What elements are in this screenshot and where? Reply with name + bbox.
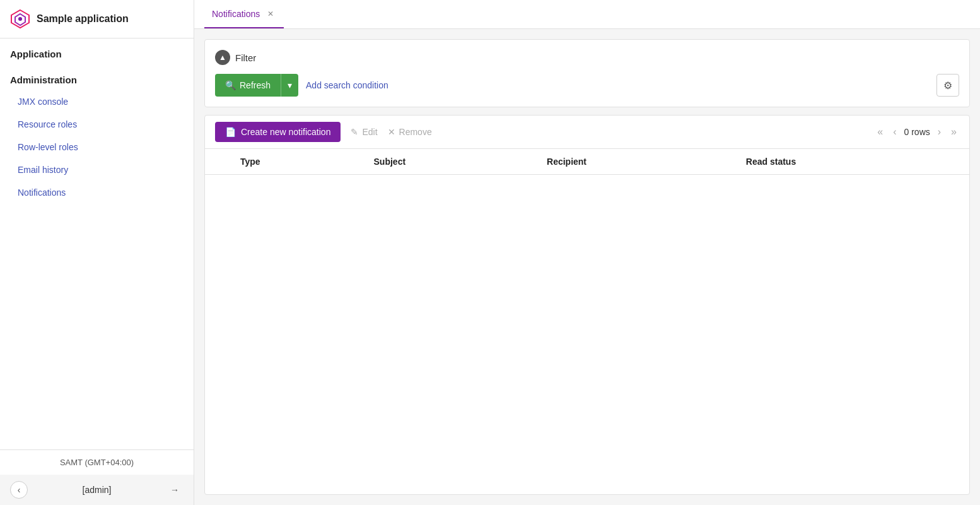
filter-label: Filter [235, 52, 256, 63]
filter-controls: 🔍 Refresh ▾ Add search condition ⚙ [215, 74, 959, 97]
logout-icon: → [170, 485, 179, 495]
remove-icon: ✕ [388, 127, 395, 137]
chevron-down-icon: ▾ [288, 80, 292, 90]
sidebar-item-notifications[interactable]: Notifications [0, 181, 194, 204]
gear-icon: ⚙ [943, 80, 952, 92]
tab-notifications[interactable]: Notifications ✕ [204, 0, 284, 28]
collapse-icon: ‹ [18, 485, 21, 495]
table-toolbar-left: 📄 Create new notification ✎ Edit ✕ Remov… [215, 122, 432, 142]
sidebar-header: Sample application [0, 0, 194, 39]
search-icon: 🔍 [225, 80, 236, 90]
read-status-column-header: Read status [736, 149, 969, 175]
tabs-bar: Notifications ✕ [194, 0, 980, 29]
rows-count: 0 rows [904, 127, 930, 137]
sidebar: Sample application Application Administr… [0, 0, 194, 505]
filter-box: ▲ Filter 🔍 Refresh ▾ Add search c [204, 39, 970, 107]
refresh-dropdown-button[interactable]: ▾ [281, 74, 298, 97]
edit-label: Edit [362, 127, 377, 137]
last-page-button[interactable]: » [948, 125, 959, 139]
svg-point-2 [18, 17, 22, 21]
create-notification-label: Create new notification [241, 127, 330, 137]
filter-toggle-icon[interactable]: ▲ [215, 50, 230, 65]
tab-notifications-label: Notifications [212, 9, 260, 19]
application-section: Application [0, 39, 194, 64]
timezone-label: SAMT (GMT+04:00) [0, 450, 194, 475]
sidebar-footer: SAMT (GMT+04:00) ‹ [admin] → [0, 449, 194, 505]
add-search-condition-button[interactable]: Add search condition [306, 80, 388, 90]
tab-close-icon[interactable]: ✕ [265, 8, 276, 20]
subject-column-header: Subject [364, 149, 537, 175]
filter-toggle-arrow: ▲ [219, 53, 226, 62]
main-content: Notifications ✕ ▲ Filter 🔍 Refresh [194, 0, 980, 505]
refresh-button-main[interactable]: 🔍 Refresh [215, 74, 281, 97]
remove-label: Remove [399, 127, 432, 137]
table-toolbar: 📄 Create new notification ✎ Edit ✕ Remov… [205, 116, 969, 149]
sidebar-item-row-level-roles[interactable]: Row-level roles [0, 136, 194, 158]
select-all-header [205, 149, 230, 175]
notifications-table: Type Subject Recipient Read status [205, 149, 969, 175]
sidebar-item-resource-roles[interactable]: Resource roles [0, 113, 194, 136]
edit-icon: ✎ [351, 127, 358, 137]
administration-section-label: Administration [0, 64, 194, 90]
filter-header: ▲ Filter [215, 50, 959, 65]
type-column-header: Type [230, 149, 364, 175]
refresh-button[interactable]: 🔍 Refresh ▾ [215, 74, 298, 97]
data-table-wrapper: 📄 Create new notification ✎ Edit ✕ Remov… [204, 115, 970, 495]
logout-button[interactable]: → [166, 481, 184, 499]
sidebar-collapse-button[interactable]: ‹ [10, 481, 28, 499]
user-label: [admin] [83, 485, 112, 495]
sidebar-item-email-history[interactable]: Email history [0, 158, 194, 181]
table-toolbar-right: « ‹ 0 rows › » [875, 125, 959, 139]
administration-section: Administration JMX console Resource role… [0, 64, 194, 204]
create-notification-button[interactable]: 📄 Create new notification [215, 122, 341, 142]
prev-page-button[interactable]: ‹ [890, 125, 899, 139]
first-page-button[interactable]: « [875, 125, 885, 139]
filter-left: 🔍 Refresh ▾ Add search condition [215, 74, 388, 97]
user-row: ‹ [admin] → [0, 475, 194, 505]
recipient-column-header: Recipient [537, 149, 736, 175]
create-icon: 📄 [225, 127, 236, 137]
remove-button[interactable]: ✕ Remove [388, 127, 432, 137]
refresh-button-label: Refresh [240, 80, 271, 90]
app-logo-icon [10, 9, 30, 29]
gear-settings-button[interactable]: ⚙ [936, 74, 959, 97]
content-area: ▲ Filter 🔍 Refresh ▾ Add search c [194, 29, 980, 505]
application-section-label: Application [0, 39, 194, 64]
next-page-button[interactable]: › [935, 125, 943, 139]
edit-button[interactable]: ✎ Edit [351, 127, 377, 137]
sidebar-item-jmx-console[interactable]: JMX console [0, 90, 194, 113]
app-title: Sample application [37, 13, 129, 25]
